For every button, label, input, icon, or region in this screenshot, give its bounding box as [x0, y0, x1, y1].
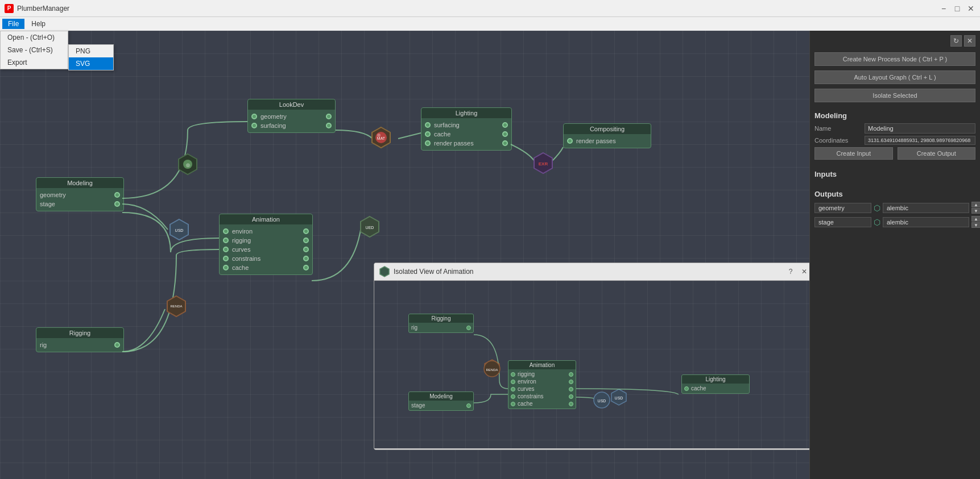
- main-area: Modeling geometry stage Rigging rig: [0, 31, 980, 479]
- rigging-input-dot: [223, 238, 229, 243]
- minimize-button[interactable]: −: [939, 4, 948, 13]
- animation-port-cache: cache: [223, 263, 309, 272]
- isolated-view-title: Isolated View of Animation: [394, 268, 782, 276]
- name-label: Name: [814, 125, 860, 132]
- lookdev-port-surfacing: surfacing: [251, 121, 332, 130]
- iso-lighting-cache-dot: [684, 386, 689, 391]
- file-dropdown: Open - (Ctrl+O) Save - (Ctrl+S) Export: [0, 31, 68, 69]
- material-ball-icon: MAT: [370, 126, 392, 149]
- animation-port-rigging: rigging: [223, 236, 309, 245]
- output-stage-name[interactable]: [814, 217, 871, 227]
- lighting-surfacing-input-dot: [425, 122, 431, 128]
- rigging-output-dot: [303, 238, 309, 243]
- coords-value: 3131.6349104885931, 29808.989769820968: [865, 136, 975, 145]
- cache-output-dot: [303, 265, 309, 270]
- lookdev-node[interactable]: LookDev geometry surfacing: [247, 99, 336, 133]
- lighting-port-cache: cache: [425, 130, 508, 139]
- iso-anim-environ-dot: [511, 380, 515, 384]
- animation-port-curves: curves: [223, 245, 309, 254]
- constrains-output-dot: [303, 256, 309, 261]
- iso-modeling-node[interactable]: Modeling stage: [408, 391, 474, 411]
- compositing-port-renderpasses: render passes: [567, 136, 647, 145]
- isolate-selected-button[interactable]: Isolate Selected: [814, 89, 975, 102]
- auto-layout-button[interactable]: Auto Layout Graph ( Ctrl + L ): [814, 70, 975, 84]
- iso-anim-curves-out-dot: [569, 387, 573, 391]
- lighting-port-surfacing: surfacing: [425, 120, 508, 130]
- panel-top-controls: ↻ ✕: [814, 35, 975, 47]
- curves-output-dot: [303, 247, 309, 252]
- window-controls: − □ ✕: [939, 4, 975, 13]
- create-output-button[interactable]: Create Output: [898, 147, 976, 160]
- svg-text:RENDA: RENDA: [487, 365, 497, 369]
- modeling-node[interactable]: Modeling geometry stage: [36, 177, 124, 211]
- rigging-connector-icon: ◎: [176, 153, 199, 176]
- stage-up-arrow[interactable]: ▲: [971, 216, 980, 222]
- iso-anim-cache-out-dot: [569, 402, 573, 406]
- isolated-canvas[interactable]: RENDA USD Rigging rig: [374, 281, 809, 448]
- animation-port-environ: environ: [223, 227, 309, 236]
- modeling-section-title: Modeling: [814, 111, 975, 120]
- svg-text:USD: USD: [615, 396, 623, 400]
- titlebar: P PlumberManager − □ ✕: [0, 0, 980, 17]
- compositing-node[interactable]: Compositing render passes: [563, 123, 651, 148]
- stage-down-arrow[interactable]: ▼: [971, 222, 980, 228]
- lookdev-port-geometry: geometry: [251, 112, 332, 121]
- isolated-view-header: Isolated View of Animation ? ✕: [374, 263, 809, 281]
- iso-anim-icon: [379, 266, 390, 277]
- lighting-node-title: Lighting: [421, 108, 511, 118]
- create-input-button[interactable]: Create Input: [814, 147, 893, 160]
- iso-modeling-title: Modeling: [409, 392, 473, 401]
- svg-text:MAT: MAT: [377, 136, 386, 140]
- menubar: File Help: [0, 17, 980, 31]
- lighting-cache-input-dot: [425, 131, 431, 137]
- iso-anim-rigging-dot: [511, 372, 515, 377]
- output-stage-type[interactable]: [883, 217, 969, 227]
- panel-close-icon[interactable]: ✕: [964, 35, 975, 47]
- menu-open[interactable]: Open - (Ctrl+O): [1, 31, 68, 44]
- export-png[interactable]: PNG: [69, 45, 113, 57]
- geometry-down-arrow[interactable]: ▼: [971, 208, 980, 214]
- iso-usd-icon: USD: [610, 389, 627, 406]
- menu-export[interactable]: Export: [1, 56, 68, 69]
- iso-renda-icon: RENDA: [483, 359, 501, 376]
- create-node-button[interactable]: Create New Process Node ( Ctrl + P ): [814, 52, 975, 66]
- iso-anim-curves-dot: [511, 387, 515, 391]
- rigging-node[interactable]: Rigging rig: [36, 327, 124, 352]
- iso-stage-output-dot: [466, 403, 471, 408]
- canvas-area[interactable]: Modeling geometry stage Rigging rig: [0, 31, 809, 479]
- maximize-button[interactable]: □: [953, 4, 962, 13]
- svg-text:EXR: EXR: [539, 161, 548, 166]
- outputs-section-title: Outputs: [814, 190, 975, 198]
- inputs-section-title: Inputs: [814, 170, 975, 178]
- svg-point-18: [594, 392, 610, 408]
- isolated-view-help[interactable]: ?: [785, 266, 796, 277]
- right-panel: ↻ ✕ Create New Process Node ( Ctrl + P )…: [809, 31, 980, 479]
- menu-file[interactable]: File: [2, 19, 24, 29]
- constrains-input-dot: [223, 256, 229, 261]
- svg-text:RENDA: RENDA: [170, 305, 182, 308]
- iso-anim-port-environ: environ: [511, 378, 573, 385]
- export-submenu: PNG SVG: [68, 44, 114, 70]
- iso-animation-node[interactable]: Animation rigging environ: [508, 360, 576, 409]
- output-geometry-type[interactable]: [883, 203, 969, 213]
- animation-node[interactable]: Animation environ rigging curves: [219, 214, 313, 275]
- iso-lighting-node[interactable]: Lighting cache: [681, 374, 750, 394]
- menu-help[interactable]: Help: [26, 19, 51, 29]
- isolated-view-close[interactable]: ✕: [799, 266, 809, 277]
- cache-input-dot: [223, 265, 229, 270]
- modeling-port-stage: stage: [40, 199, 120, 209]
- panel-restore-icon[interactable]: ↻: [950, 35, 962, 47]
- svg-marker-15: [380, 266, 389, 277]
- menu-save[interactable]: Save - (Ctrl+S): [1, 44, 68, 56]
- iso-rigging-node[interactable]: Rigging rig: [408, 314, 474, 333]
- iso-anim-environ-out-dot: [569, 380, 573, 384]
- renda-icon: RENDA: [165, 295, 188, 318]
- close-button[interactable]: ✕: [966, 4, 975, 13]
- name-value: Modeling: [865, 123, 975, 134]
- lookdev-geometry-output-dot: [326, 114, 332, 119]
- export-svg[interactable]: SVG: [69, 57, 113, 70]
- output-geometry-name[interactable]: [814, 203, 871, 213]
- geometry-up-arrow[interactable]: ▲: [971, 202, 980, 207]
- lighting-node[interactable]: Lighting surfacing cache render passes: [421, 107, 512, 151]
- exr-icon: EXR: [532, 152, 555, 174]
